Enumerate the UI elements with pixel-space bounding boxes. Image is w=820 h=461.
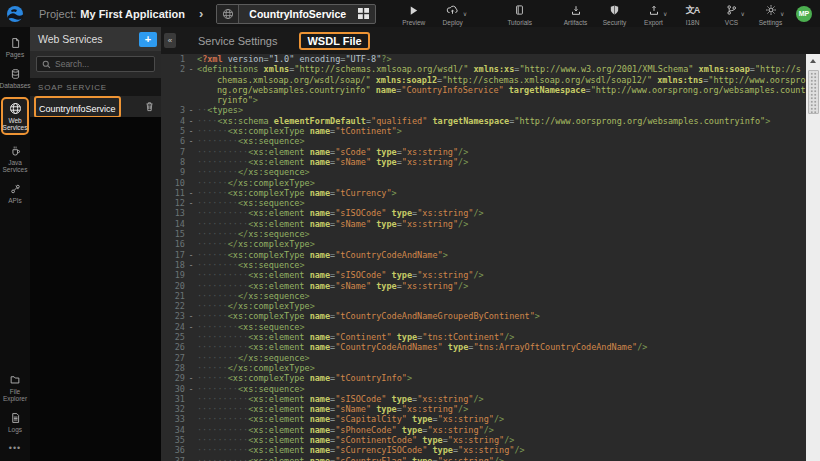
code-line[interactable]: 26··········<xs:element name="CountryCod… — [161, 342, 806, 352]
editor-scrollbar[interactable] — [806, 54, 820, 461]
sidebar-item-label: APIs — [8, 197, 22, 204]
code-line[interactable]: 36··········<xs:element name="sCurrencyI… — [161, 445, 806, 455]
code-line[interactable]: 16······</xs:complexType> — [161, 239, 806, 249]
code-line[interactable]: 19··········<xs:element name="sISOCode" … — [161, 270, 806, 280]
code-line[interactable]: 8··········<xs:element name="sName" type… — [161, 157, 806, 167]
code-line[interactable]: 4-····<xs:schema elementFormDefault="qua… — [161, 116, 806, 126]
scrollbar-thumb[interactable] — [808, 70, 819, 114]
wsdl-code-editor[interactable]: 1<?xml version="1.0" encoding="UTF-8"?>2… — [161, 54, 806, 461]
fold-marker-icon[interactable]: - — [185, 260, 197, 270]
code-line[interactable]: 6-········<xs:sequence> — [161, 136, 806, 146]
fold-marker-icon[interactable]: - — [185, 311, 197, 321]
code-line[interactable]: 32··········<xs:element name="sName" typ… — [161, 404, 806, 414]
sidebar-item-file-explorer[interactable]: File Explorer — [0, 373, 30, 402]
code-line[interactable]: 20··········<xs:element name="sName" typ… — [161, 281, 806, 291]
code-line[interactable]: 37··········<xs:element name="sCountryFl… — [161, 456, 806, 461]
code-text: ··········<xs:element name="sCountryFlag… — [197, 456, 806, 461]
fold-marker-icon[interactable]: - — [185, 116, 197, 126]
fold-marker-icon[interactable]: - — [185, 384, 197, 394]
security-icon-wrap — [609, 4, 620, 17]
code-line[interactable]: 24-········<xs:sequence> — [161, 322, 806, 332]
line-number: 23 — [161, 311, 185, 321]
code-line[interactable]: 18-········<xs:sequence> — [161, 260, 806, 270]
sidebar-item-pages[interactable]: Pages — [0, 36, 30, 58]
action-security-button[interactable]: Security — [601, 4, 628, 26]
collapse-panel-button[interactable]: « — [164, 33, 176, 48]
line-number: 20 — [161, 281, 185, 291]
code-line[interactable]: 34··········<xs:element name="sPhoneCode… — [161, 425, 806, 435]
fold-marker-icon[interactable]: - — [185, 198, 197, 208]
toolbar-actions-right: ArtifactsSecurity∨Export文AI18N∨VCS∨Setti… — [556, 2, 790, 26]
action-i18n-button[interactable]: 文AI18N — [679, 4, 706, 26]
search-input[interactable]: Search... — [36, 56, 155, 72]
code-text: ········<xs:sequence> — [197, 198, 806, 208]
code-line[interactable]: 21········</xs:sequence> — [161, 291, 806, 301]
code-line[interactable]: 13··········<xs:element name="sISOCode" … — [161, 208, 806, 218]
code-line[interactable]: 1<?xml version="1.0" encoding="UTF-8"?> — [161, 54, 806, 64]
breadcrumb-chevron-icon[interactable]: › — [199, 6, 203, 21]
code-line[interactable]: 3-··<types> — [161, 105, 806, 115]
code-line[interactable]: 29-······<xs:complexType name="tCountryI… — [161, 373, 806, 383]
fold-marker-icon[interactable]: - — [185, 188, 197, 198]
action-vcs-button[interactable]: ∨VCS — [718, 4, 745, 26]
service-list-item[interactable]: CountryInfoService — [30, 96, 161, 117]
app-logo[interactable] — [0, 0, 30, 27]
rail-top-items: PagesDatabasesWeb ServicesJava ServicesA… — [0, 27, 30, 204]
add-service-button[interactable]: + — [139, 32, 157, 47]
code-text: ··········<xs:element name="sName" type=… — [197, 219, 806, 229]
code-line[interactable]: 22······</xs:complexType> — [161, 301, 806, 311]
code-line[interactable]: 31··········<xs:element name="sISOCode" … — [161, 394, 806, 404]
code-line[interactable]: 33··········<xs:element name="sCapitalCi… — [161, 414, 806, 424]
code-line[interactable]: 30-········<xs:sequence> — [161, 384, 806, 394]
more-options-icon[interactable]: ••• — [9, 443, 21, 453]
code-text: ······<xs:complexType name="tCurrency"> — [197, 188, 806, 198]
grid-icon[interactable] — [358, 8, 375, 19]
code-line[interactable]: 17-······<xs:complexType name="tCountryC… — [161, 250, 806, 260]
action-artifacts-button[interactable]: Artifacts — [562, 4, 589, 26]
code-line[interactable]: 9········</xs:sequence> — [161, 167, 806, 177]
code-line[interactable]: 10······</xs:complexType> — [161, 178, 806, 188]
line-number: 32 — [161, 404, 185, 414]
action-settings-button[interactable]: ∨Settings — [757, 4, 784, 26]
sidebar-item-web-services[interactable]: Web Services — [1, 97, 29, 135]
action-tutorials-button[interactable]: Tutorials — [506, 4, 533, 26]
fold-marker-icon[interactable]: - — [185, 136, 197, 146]
fold-gutter — [185, 219, 197, 229]
code-line[interactable]: 35··········<xs:element name="sContinent… — [161, 435, 806, 445]
code-line[interactable]: 23-······<xs:complexType name="tCountryC… — [161, 311, 806, 321]
sidebar-item-java-services[interactable]: Java Services — [0, 144, 30, 173]
code-line[interactable]: 11-······<xs:complexType name="tCurrency… — [161, 188, 806, 198]
user-avatar[interactable]: MP — [796, 6, 812, 22]
code-line[interactable]: 25··········<xs:element name="Continent"… — [161, 332, 806, 342]
service-tab[interactable]: CountryInfoService — [216, 4, 376, 24]
scroll-up-button[interactable] — [806, 54, 820, 67]
fold-marker-icon[interactable]: - — [185, 250, 197, 260]
fold-gutter — [185, 414, 197, 424]
sidebar-item-apis[interactable]: APIs — [0, 182, 30, 204]
code-line[interactable]: 2-<definitions xmlns="http://schemas.xml… — [161, 64, 806, 105]
fold-marker-icon[interactable]: - — [185, 105, 197, 115]
line-number: 31 — [161, 394, 185, 404]
action-export-button[interactable]: ∨Export — [640, 4, 667, 26]
code-text: ··········<xs:element name="sName" type=… — [197, 281, 806, 291]
action-preview-button[interactable]: Preview — [400, 4, 427, 26]
fold-marker-icon[interactable]: - — [185, 322, 197, 332]
sidebar-item-databases[interactable]: Databases — [0, 67, 30, 89]
logs-icon — [10, 412, 21, 424]
code-line[interactable]: 14··········<xs:element name="sName" typ… — [161, 219, 806, 229]
code-line[interactable]: 5-······<xs:complexType name="tContinent… — [161, 126, 806, 136]
code-line[interactable]: 27········</xs:sequence> — [161, 353, 806, 363]
tab-wsdl-file[interactable]: WSDL File — [299, 32, 369, 50]
delete-service-button[interactable] — [145, 101, 154, 112]
apis-icon — [10, 183, 21, 195]
code-line[interactable]: 28······</xs:complexType> — [161, 363, 806, 373]
fold-marker-icon[interactable]: - — [185, 64, 197, 105]
code-line[interactable]: 7··········<xs:element name="sCode" type… — [161, 147, 806, 157]
fold-marker-icon[interactable]: - — [185, 126, 197, 136]
sidebar-item-logs[interactable]: Logs — [0, 411, 30, 433]
action-deploy-button[interactable]: ∨Deploy — [439, 4, 466, 26]
fold-marker-icon[interactable]: - — [185, 373, 197, 383]
code-line[interactable]: 12-········<xs:sequence> — [161, 198, 806, 208]
tab-service-settings[interactable]: Service Settings — [198, 35, 277, 47]
code-line[interactable]: 15········</xs:sequence> — [161, 229, 806, 239]
